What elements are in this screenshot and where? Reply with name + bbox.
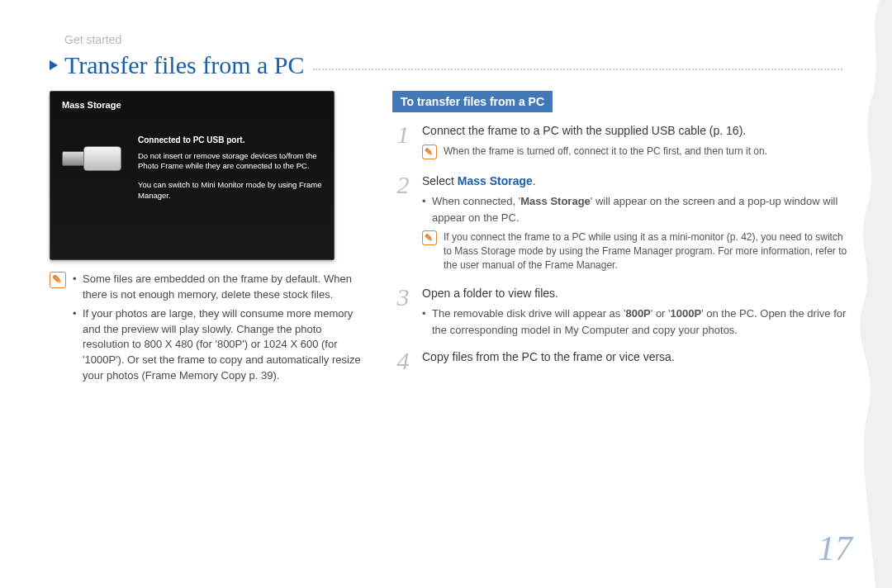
note-pencil-icon bbox=[422, 145, 437, 159]
section-header: To transfer files from a PC bbox=[392, 91, 553, 112]
page-title: Transfer files from a PC bbox=[64, 51, 305, 79]
step-body-2: Select Mass Storage. When connected, 'Ma… bbox=[422, 173, 851, 277]
left-column: Mass Storage Connected to PC USB port. D… bbox=[50, 91, 368, 387]
step-num-1: 1 bbox=[392, 122, 414, 164]
title-dots bbox=[313, 69, 842, 70]
right-column: To transfer files from a PC 1 Connect th… bbox=[392, 91, 851, 387]
step-num-2: 2 bbox=[392, 173, 414, 277]
step-2-subnote: If you connect the frame to a PC while u… bbox=[422, 230, 851, 272]
left-note-item-1: Some files are embedded on the frame by … bbox=[73, 272, 368, 303]
step-body-4: Copy files from the PC to the frame or v… bbox=[422, 349, 851, 373]
manual-page: Get started Transfer files from a PC Mas… bbox=[0, 0, 892, 588]
device-screenshot: Mass Storage Connected to PC USB port. D… bbox=[50, 91, 334, 260]
title-row: Transfer files from a PC bbox=[50, 51, 851, 79]
left-note-item-2: If your photos are large, they will cons… bbox=[73, 306, 368, 384]
step-body-1: Connect the frame to a PC with the suppl… bbox=[422, 122, 851, 164]
step-3-bullet: The removable disk drive will appear as … bbox=[422, 306, 851, 338]
step-1-subnote: When the frame is turned off, connect it… bbox=[422, 145, 851, 159]
step-num-3: 3 bbox=[392, 285, 414, 340]
step-2-bullet: When connected, 'Mass Storage' will appe… bbox=[422, 193, 851, 225]
screenshot-title: Mass Storage bbox=[62, 100, 322, 110]
note-pencil-icon bbox=[422, 230, 437, 245]
step-1: 1 Connect the frame to a PC with the sup… bbox=[392, 122, 851, 164]
step-body-3: Open a folder to view files. The removab… bbox=[422, 285, 851, 340]
left-note-list: Some files are embedded on the frame by … bbox=[73, 272, 368, 387]
left-note-block: Some files are embedded on the frame by … bbox=[50, 272, 368, 387]
step-num-4: 4 bbox=[392, 349, 414, 373]
screenshot-text: Connected to PC USB port. Do not insert … bbox=[138, 135, 322, 210]
breadcrumb: Get started bbox=[64, 33, 851, 46]
page-number: 17 bbox=[818, 529, 852, 568]
title-arrow-icon bbox=[50, 60, 58, 70]
content-columns: Mass Storage Connected to PC USB port. D… bbox=[50, 91, 851, 387]
step-4: 4 Copy files from the PC to the frame or… bbox=[392, 349, 851, 373]
usb-icon bbox=[62, 138, 128, 178]
step-3: 3 Open a folder to view files. The remov… bbox=[392, 285, 851, 340]
note-pencil-icon bbox=[50, 272, 66, 288]
step-2: 2 Select Mass Storage. When connected, '… bbox=[392, 173, 851, 277]
